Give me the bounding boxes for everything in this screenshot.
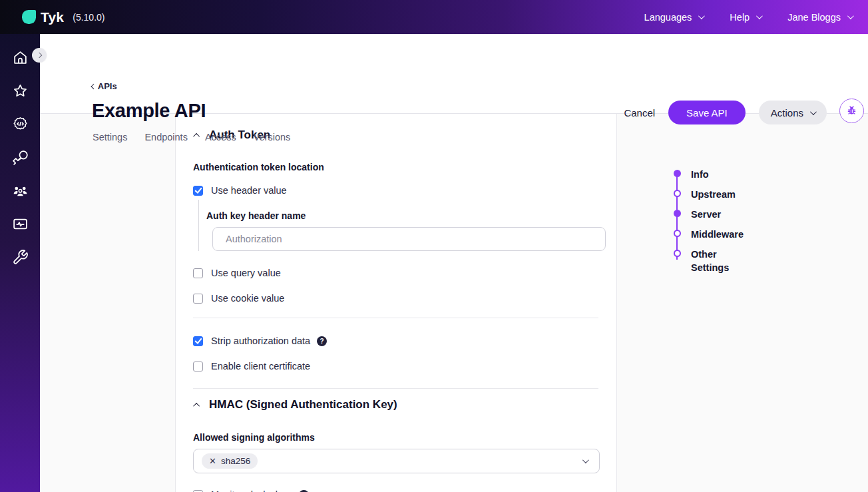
tyk-logo-icon	[22, 10, 36, 24]
use-cookie-checkbox[interactable]	[193, 294, 203, 304]
tools-icon	[12, 249, 29, 266]
use-cookie-checkbox-row[interactable]: Use cookie value	[193, 293, 598, 304]
nav-item-label: Other Settings	[691, 248, 742, 274]
use-query-label: Use query value	[211, 268, 281, 278]
strip-auth-label: Strip authorization data	[211, 336, 310, 346]
algorithm-tag: ✕ sha256	[202, 453, 258, 469]
tab-access[interactable]: Access	[205, 132, 236, 146]
monitor-clock-skew-checkbox-row[interactable]: Monitor clock skew ?	[193, 489, 598, 492]
help-menu[interactable]: Help	[730, 12, 761, 23]
strip-auth-checkbox-row[interactable]: Strip authorization data ?	[193, 336, 598, 346]
client-cert-label: Enable client certificate	[211, 361, 310, 371]
token-location-label: Authentication token location	[193, 162, 598, 172]
home-icon	[12, 49, 29, 66]
hmac-title: HMAC (Signed Authentication Key)	[209, 398, 397, 411]
use-header-checkbox[interactable]	[193, 186, 203, 196]
chevron-left-icon	[91, 83, 97, 89]
sidebar-item-apis[interactable]	[0, 107, 40, 140]
remove-tag-icon[interactable]: ✕	[209, 457, 216, 465]
chevron-right-icon	[37, 53, 42, 58]
version-label: (5.10.0)	[73, 12, 105, 23]
content-area: Auth Token Authentication token location…	[40, 114, 868, 492]
use-cookie-label: Use cookie value	[211, 293, 284, 304]
nav-item-server[interactable]: Server	[674, 210, 742, 221]
nav-item-label: Middleware	[691, 228, 742, 241]
topbar: Tyk (5.10.0) Languages Help Jane Bloggs	[0, 0, 868, 34]
sidebar-item-keys[interactable]	[0, 140, 40, 174]
left-sidebar	[0, 34, 40, 492]
sidebar-item-users[interactable]	[0, 174, 40, 207]
help-icon[interactable]: ?	[299, 490, 309, 492]
client-cert-checkbox-row[interactable]: Enable client certificate	[193, 361, 598, 371]
client-cert-checkbox[interactable]	[193, 362, 203, 371]
section-auth-options: Strip authorization data ? Enable client…	[176, 336, 616, 389]
sidebar-item-favorites[interactable]	[0, 74, 40, 107]
timeline-dot	[674, 230, 681, 237]
star-icon	[12, 83, 29, 99]
sidebar-collapse-button[interactable]	[32, 48, 47, 63]
auth-key-header-group: Auth key header name	[198, 200, 598, 251]
bug-icon	[845, 105, 858, 117]
tab-bar: Settings Endpoints Access Versions	[93, 132, 290, 146]
timeline-dot	[674, 190, 681, 197]
users-icon	[12, 182, 29, 199]
use-query-checkbox[interactable]	[193, 268, 203, 278]
help-label: Help	[730, 12, 750, 23]
timeline-dot	[674, 170, 681, 177]
section-divider	[193, 318, 598, 318]
settings-card: Auth Token Authentication token location…	[175, 114, 617, 492]
use-header-label: Use header value	[211, 185, 287, 196]
user-menu[interactable]: Jane Bloggs	[787, 12, 852, 23]
auth-key-header-input[interactable]	[212, 227, 606, 251]
use-query-checkbox-row[interactable]: Use query value	[193, 268, 598, 278]
monitor-clock-skew-label: Monitor clock skew	[211, 489, 292, 492]
signing-algorithms-label: Allowed signing algorithms	[193, 432, 598, 443]
sidebar-item-tools[interactable]	[0, 240, 40, 274]
help-icon[interactable]: ?	[317, 336, 327, 346]
monitor-clock-skew-checkbox[interactable]	[193, 490, 203, 492]
key-icon	[12, 149, 29, 166]
activity-icon	[12, 216, 29, 232]
languages-label: Languages	[644, 12, 692, 23]
strip-auth-checkbox[interactable]	[193, 336, 203, 346]
timeline-dot	[674, 250, 681, 257]
tab-endpoints[interactable]: Endpoints	[144, 132, 188, 146]
chevron-down-icon	[810, 109, 817, 115]
nav-item-label: Info	[691, 168, 742, 181]
algorithm-tag-label: sha256	[221, 456, 250, 466]
nav-item-middleware[interactable]: Middleware	[674, 230, 742, 241]
save-api-button[interactable]: Save API	[668, 101, 746, 124]
use-header-checkbox-row[interactable]: Use header value	[193, 185, 598, 196]
chevron-up-icon	[193, 402, 200, 409]
brand-name: Tyk	[41, 9, 64, 25]
sidebar-item-activity[interactable]	[0, 207, 40, 240]
nav-item-info[interactable]: Info	[674, 170, 742, 181]
auth-key-header-label: Auth key header name	[206, 210, 598, 221]
tyk-logo[interactable]: Tyk (5.10.0)	[22, 9, 105, 25]
header-actions: Cancel Save API Actions	[624, 101, 856, 124]
languages-menu[interactable]: Languages	[644, 12, 704, 23]
chevron-down-icon	[698, 13, 705, 19]
timeline-dot	[674, 210, 681, 217]
api-gear-icon	[12, 116, 29, 132]
cancel-button[interactable]: Cancel	[624, 107, 655, 119]
actions-label: Actions	[771, 107, 803, 119]
hmac-section-header[interactable]: HMAC (Signed Authentication Key)	[193, 391, 598, 417]
breadcrumb[interactable]: APIs	[92, 81, 117, 91]
chevron-down-icon	[582, 457, 589, 463]
tab-versions[interactable]: Versions	[254, 132, 291, 146]
nav-item-other-settings[interactable]: Other Settings	[674, 250, 742, 274]
nav-item-upstream[interactable]: Upstream	[674, 190, 742, 201]
section-hmac: HMAC (Signed Authentication Key) Allowed…	[176, 389, 616, 492]
nav-item-label: Server	[691, 208, 742, 221]
chevron-down-icon	[847, 13, 854, 19]
breadcrumb-label: APIs	[98, 81, 117, 91]
debug-report-button[interactable]	[839, 99, 864, 123]
signing-algorithms-select[interactable]: ✕ sha256	[193, 449, 600, 473]
nav-item-label: Upstream	[691, 188, 742, 201]
topbar-menus: Languages Help Jane Bloggs	[644, 12, 852, 23]
chevron-down-icon	[756, 13, 763, 19]
tab-settings[interactable]: Settings	[93, 132, 127, 146]
user-name-label: Jane Bloggs	[787, 12, 841, 23]
actions-button[interactable]: Actions	[759, 101, 827, 124]
